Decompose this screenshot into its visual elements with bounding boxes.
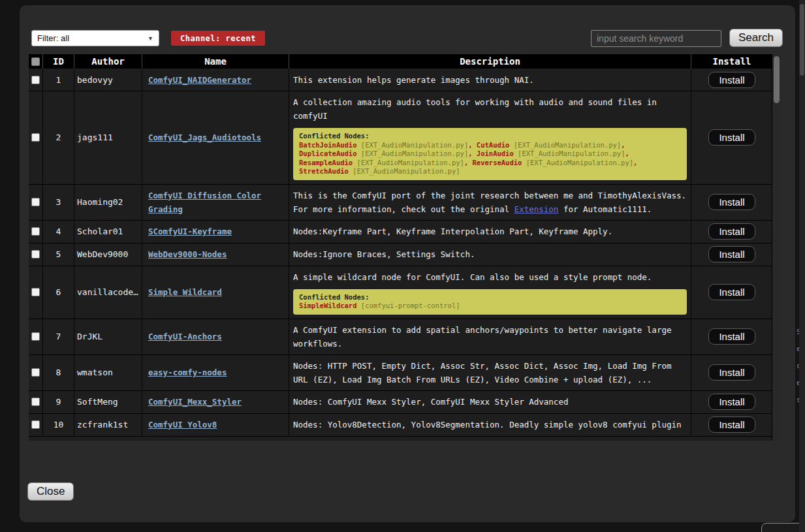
cell-install: Install (691, 414, 772, 436)
cell-install: Install (691, 319, 772, 354)
conflict-node-name: DuplicateAudio (299, 149, 357, 157)
description-text: A collection amazing audio tools for wor… (293, 95, 687, 123)
install-button[interactable]: Install (708, 284, 755, 300)
install-button[interactable]: Install (708, 328, 755, 345)
node-name-link[interactable]: easy-comfy-nodes (148, 366, 227, 379)
table-row: 8wmatsoneasy-comfy-nodesNodes: HTTP POST… (29, 355, 772, 391)
page-scrollbar-thumb[interactable] (800, 4, 804, 76)
cell-checkbox (29, 266, 43, 319)
conflict-ext-ref: [EXT_AudioManipulation.py] (357, 141, 469, 149)
conflict-ext-ref: [EXT_AudioManipulation.py] (509, 141, 621, 149)
conflict-separator: , (621, 141, 625, 149)
header-checkbox-cell (29, 54, 43, 69)
table-scrollbar[interactable] (772, 54, 781, 441)
cell-name: ComfyUI_NAIDGenerator (142, 69, 289, 91)
table-row: 10zcfrank1stComfyUI Yolov8Nodes: Yolov8D… (29, 414, 772, 437)
cell-id: 2 (43, 91, 74, 184)
description-text: Nodes:Keyframe Part, Keyframe Interpolat… (293, 225, 687, 238)
cell-description: Nodes: HTTP POST, Empty Dict, Assoc Str,… (289, 355, 691, 390)
cell-author: bedovyy (74, 69, 142, 91)
description-segment: for Automatic1111. (558, 204, 652, 214)
cell-author: wmatson (74, 355, 142, 390)
cell-author: Scholar01 (74, 221, 142, 243)
conflict-node-name: StretchAudio (299, 167, 349, 175)
custom-nodes-table: ID Author Name Description Install 1bedo… (29, 54, 781, 441)
conflict-node-name: BatchJoinAudio (299, 141, 357, 149)
table-body: 1bedovyyComfyUI_NAIDGeneratorThis extens… (29, 69, 781, 441)
description-text: A ComfyUI extension to add spatial ancho… (293, 323, 687, 351)
row-checkbox[interactable] (31, 288, 40, 296)
close-button[interactable]: Close (27, 482, 74, 501)
partial-button[interactable] (761, 523, 805, 532)
cell-id: 7 (43, 319, 74, 354)
conflict-separator: , (468, 149, 477, 157)
cell-author: DrJKL (74, 319, 142, 354)
install-button[interactable]: Install (708, 394, 755, 410)
node-name-link[interactable]: SComfyUI-Keyframe (148, 225, 232, 238)
search-button[interactable]: Search (729, 29, 783, 47)
node-name-link[interactable]: ComfyUI_Mexx_Styler (148, 395, 242, 409)
table-scrollbar-thumb[interactable] (774, 56, 780, 103)
cell-author: Haoming02 (74, 185, 142, 220)
cell-checkbox (29, 391, 43, 413)
install-button[interactable]: Install (708, 72, 755, 88)
install-button[interactable]: Install (708, 416, 755, 433)
cell-author: WebDev9000 (74, 243, 142, 266)
conflict-node-name: JoinAudio (477, 149, 514, 157)
filter-select[interactable]: Filter: all ▼ (31, 30, 159, 46)
header-author: Author (74, 54, 142, 69)
cell-install: Install (691, 221, 772, 243)
conflict-separator: , (633, 159, 637, 166)
conflict-items: SimpleWildcard [comfyui-prompt-control] (299, 302, 681, 311)
row-checkbox[interactable] (31, 398, 40, 406)
conflict-ext-ref: [EXT_AudioManipulation.py] (353, 159, 464, 166)
conflict-ext-ref: [EXT_AudioManipulation.py] (522, 159, 633, 166)
cell-description: A ComfyUI extension to add spatial ancho… (289, 319, 691, 354)
install-button[interactable]: Install (708, 129, 755, 146)
row-checkbox[interactable] (31, 227, 40, 236)
row-checkbox[interactable] (31, 250, 40, 258)
description-text: Nodes: HTTP POST, Empty Dict, Assoc Str,… (293, 359, 687, 386)
cell-description: A simple wildcard node for ComfyUI. Can … (289, 266, 691, 319)
install-button[interactable]: Install (708, 364, 755, 381)
conflict-ext-ref: [EXT_AudioManipulation.py] (357, 149, 469, 157)
row-checkbox[interactable] (31, 420, 40, 429)
install-button[interactable]: Install (708, 223, 755, 240)
row-checkbox[interactable] (31, 368, 40, 377)
cell-install: Install (691, 266, 772, 319)
node-name-link[interactable]: ComfyUI_Jags_Audiotools (148, 131, 261, 144)
select-all-checkbox[interactable] (31, 57, 40, 66)
page-scrollbar[interactable] (799, 0, 805, 532)
cell-description: Nodes:Keyframe Part, Keyframe Interpolat… (289, 221, 691, 243)
node-name-link[interactable]: ComfyUI-Anchors (148, 330, 222, 343)
install-button[interactable]: Install (708, 194, 755, 210)
row-checkbox[interactable] (31, 198, 40, 206)
cell-description: This is the ComfyUI port of the joint re… (289, 185, 691, 220)
node-name-link[interactable]: ComfyUI Diffusion Color Grading (148, 189, 283, 216)
node-name-link[interactable]: ComfyUI_NAIDGenerator (148, 73, 251, 87)
cell-install: Install (691, 69, 772, 91)
conflict-box: Conflicted Nodes:SimpleWildcard [comfyui… (293, 289, 687, 315)
channel-badge: Channel: recent (171, 31, 265, 46)
conflict-ext-ref: [EXT_AudioManipulation.py] (349, 167, 460, 175)
row-checkbox[interactable] (31, 332, 40, 341)
search-input[interactable] (591, 30, 721, 47)
conflict-ext-ref: [EXT_AudioManipulation.py] (514, 149, 625, 157)
table-row: 3Haoming02ComfyUI Diffusion Color Gradin… (29, 185, 772, 221)
node-name-link[interactable]: ComfyUI Yolov8 (148, 418, 217, 431)
page: Filter: all ▼ Channel: recent Search ID … (0, 0, 805, 532)
cell-id: 1 (43, 69, 74, 91)
cell-checkbox (29, 414, 43, 436)
description-link[interactable]: Extension (514, 204, 559, 214)
conflict-separator: , (464, 159, 473, 166)
node-name-link[interactable]: Simple Wildcard (148, 285, 222, 299)
row-checkbox[interactable] (31, 76, 40, 84)
cell-checkbox (29, 91, 43, 184)
cell-name: ComfyUI Diffusion Color Grading (142, 185, 289, 220)
install-button[interactable]: Install (708, 246, 755, 262)
row-checkbox[interactable] (31, 133, 40, 142)
table-row: 7DrJKLComfyUI-AnchorsA ComfyUI extension… (29, 319, 772, 355)
cell-name: easy-comfy-nodes (142, 355, 289, 390)
node-name-link[interactable]: WebDev9000-Nodes (148, 247, 227, 261)
conflict-node-name: ResampleAudio (299, 159, 353, 166)
